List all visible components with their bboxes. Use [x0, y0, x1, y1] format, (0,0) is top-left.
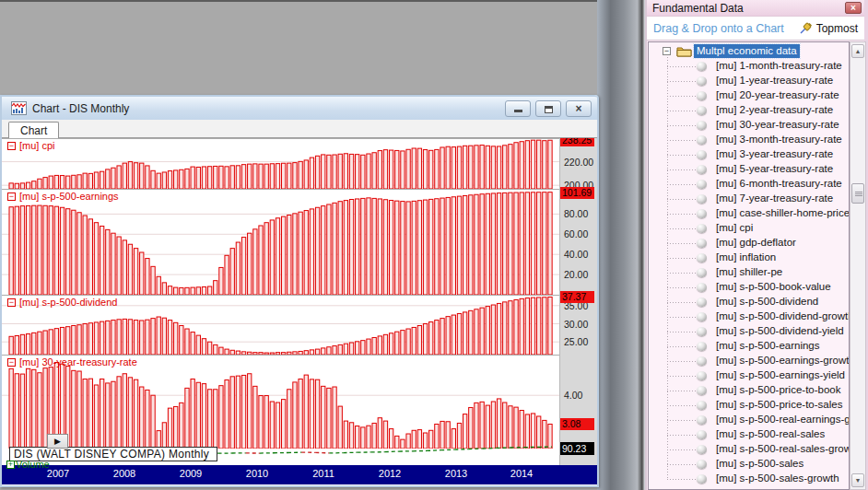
list-item[interactable]: [mu] 7-year-treasury-rate: [649, 192, 850, 206]
list-item[interactable]: [mu] 3-month-treasury-rate: [649, 133, 850, 147]
list-item[interactable]: [mu] s-p-500-sales-growth: [649, 472, 850, 486]
bar: [248, 164, 252, 189]
restore-button[interactable]: [535, 100, 561, 117]
scroll-down-button[interactable]: ▼: [851, 473, 864, 487]
list-item[interactable]: [mu] 2-year-treasury-rate: [649, 103, 850, 118]
chart-panel-svg: [2, 189, 559, 295]
bar: [531, 140, 534, 189]
panel-close-button[interactable]: ×: [845, 2, 862, 14]
list-item[interactable]: [mu] s-p-500-earnings: [649, 339, 850, 354]
bar: [537, 298, 541, 355]
bar: [128, 162, 132, 189]
list-item[interactable]: [mu] 5-year-treasury-rate: [649, 162, 850, 177]
bar: [509, 301, 512, 355]
list-item[interactable]: [mu] inflation: [649, 251, 850, 265]
list-item-label: [mu] s-p-500-dividend: [716, 296, 818, 307]
tree-root-label[interactable]: Multpl economic data: [694, 44, 800, 58]
list-item[interactable]: [mu] s-p-500-sales: [649, 457, 850, 472]
list-item[interactable]: [mu] s-p-500-earnings-yield: [649, 368, 850, 383]
collapse-icon[interactable]: −: [663, 47, 671, 55]
list-item[interactable]: [mu] s-p-500-earnings-growth: [649, 354, 850, 368]
bar: [322, 206, 325, 295]
bar: [100, 227, 104, 295]
collapse-icon[interactable]: −: [7, 298, 16, 307]
data-series-icon: [697, 312, 707, 321]
list-item[interactable]: [mu] s-p-500-price-to-sales: [649, 398, 850, 413]
close-button[interactable]: ×: [566, 100, 592, 117]
bar: [117, 320, 121, 355]
bar: [54, 329, 58, 355]
bar: [100, 321, 104, 355]
list-item[interactable]: [mu] 6-month-treasury-rate: [649, 177, 850, 192]
bar: [349, 423, 353, 449]
year-tick-label: 2013: [445, 468, 467, 479]
bar: [236, 166, 240, 189]
collapse-icon[interactable]: −: [7, 192, 16, 201]
list-item[interactable]: [mu] 1-month-treasury-rate: [649, 59, 850, 74]
tree-branch: [667, 435, 697, 436]
collapse-icon[interactable]: −: [7, 358, 16, 367]
scroll-thumb[interactable]: [851, 183, 864, 204]
panel-series-name: [mu] 30-year-treasury-rate: [19, 356, 137, 368]
list-item[interactable]: [mu] 1-year-treasury-rate: [649, 74, 850, 88]
bar: [531, 192, 534, 295]
list-item[interactable]: [mu] s-p-500-price-to-book: [649, 383, 850, 398]
list-item[interactable]: [mu] s-p-500-real-sales-growth: [649, 442, 850, 457]
scroll-up-button[interactable]: ▲: [851, 44, 864, 58]
bar: [276, 164, 279, 189]
minimize-button[interactable]: [505, 100, 531, 117]
plot-area[interactable]: −[mu] cpi−[mu] s-p-500-earnings−[mu] s-p…: [2, 138, 559, 465]
fundamental-data-panel: Fundamental Data × Drag & Drop onto a Ch…: [645, 0, 868, 490]
list-item[interactable]: [mu] s-p-500-dividend-growth: [649, 309, 850, 324]
topmost-button[interactable]: Topmost: [799, 22, 858, 35]
bar: [111, 168, 115, 189]
list-item-label: [mu] s-p-500-real-sales-growth: [716, 443, 850, 454]
tree-branch: [667, 361, 697, 362]
list-item[interactable]: [mu] cpi: [649, 221, 850, 236]
axis-tick-label: 25.00: [564, 336, 588, 347]
tree-branch: [667, 66, 697, 67]
bar: [72, 370, 76, 449]
tab-chart[interactable]: Chart: [8, 122, 59, 139]
tree-branch: [667, 111, 697, 111]
list-item[interactable]: [mu] s-p-500-real-earnings-growth: [649, 413, 850, 427]
play-button[interactable]: ▶: [47, 434, 68, 449]
list-item[interactable]: [mu] shiller-pe: [649, 265, 850, 280]
bar: [253, 386, 257, 449]
bar: [117, 166, 121, 189]
list-item-label: [mu] inflation: [716, 251, 776, 262]
list-item-label: [mu] 1-year-treasury-rate: [716, 75, 833, 86]
list-item[interactable]: [mu] 30-year-treasury-rate: [649, 118, 850, 133]
chart-window-titlebar[interactable]: Chart - DIS Monthly ×: [2, 95, 597, 120]
bar: [168, 286, 171, 295]
panel-titlebar[interactable]: Fundamental Data ×: [647, 0, 864, 17]
list-item[interactable]: [mu] s-p-500-book-value: [649, 280, 850, 295]
bar: [66, 209, 70, 295]
list-item[interactable]: [mu] s-p-500-real-sales: [649, 427, 850, 442]
bar: [225, 167, 229, 189]
volume-toggle[interactable]: + Volume: [6, 459, 50, 470]
bar: [417, 201, 421, 295]
expand-icon[interactable]: +: [6, 461, 15, 469]
bar: [32, 332, 36, 355]
bar: [367, 154, 370, 189]
bar: [304, 375, 308, 449]
list-item[interactable]: [mu] s-p-500-dividend: [649, 295, 850, 309]
tree-scrollbar[interactable]: ▲ ▼: [850, 41, 866, 490]
bar: [463, 146, 467, 189]
list-item[interactable]: [mu] 3-year-treasury-rate: [649, 147, 850, 162]
list-item[interactable]: [mu] gdp-deflator: [649, 236, 850, 251]
bar: [543, 298, 546, 355]
bar: [214, 390, 217, 449]
list-item[interactable]: [mu] case-shiller-home-price-index: [649, 206, 850, 221]
bar: [509, 145, 512, 189]
collapse-icon[interactable]: −: [7, 142, 16, 150]
bar: [117, 377, 121, 449]
bar: [531, 298, 534, 355]
list-item[interactable]: [mu] 20-year-treasury-rate: [649, 88, 850, 103]
list-item[interactable]: [mu] s-p-500-dividend-yield: [649, 324, 850, 339]
bar: [310, 379, 313, 449]
bar: [259, 396, 263, 449]
bar: [475, 309, 478, 355]
bar: [282, 400, 286, 449]
